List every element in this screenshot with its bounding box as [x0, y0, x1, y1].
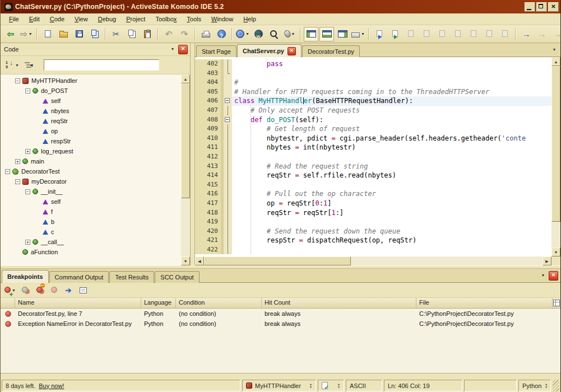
status-blank[interactable] [464, 380, 517, 391]
menu-debug[interactable]: Debug [93, 15, 121, 24]
language[interactable]: Python▲▼ [518, 380, 551, 391]
code-line-409[interactable]: 409 # Get length of request [195, 124, 551, 134]
spinner-icon[interactable]: ▲▼ [541, 383, 548, 388]
fold-toggle-icon[interactable] [224, 96, 232, 106]
delete-breakpoint-button[interactable]: − [33, 284, 45, 296]
symbol-filter-input[interactable] [44, 59, 159, 71]
encoding[interactable]: ASCII [346, 380, 382, 391]
tree-scrollbar[interactable]: ▲▼ [181, 74, 190, 265]
tree-item-self[interactable]: self [1, 197, 181, 207]
panel-close-button[interactable]: ✕ [178, 45, 188, 54]
cut-button[interactable]: ✂ [109, 27, 123, 41]
expand-toggle[interactable]: + [25, 240, 30, 245]
dropdown-arrow-icon[interactable]: ▼ [29, 32, 33, 36]
resize-grip[interactable] [553, 380, 559, 391]
tree-item-dopost[interactable]: −do_POST [1, 86, 181, 96]
tree-item-respstr[interactable]: respStr [1, 136, 181, 146]
tab-list-dropdown[interactable]: ▼ [550, 46, 558, 54]
toggle-right-pane-button[interactable] [335, 27, 350, 41]
code-line-413[interactable]: 413 # Read the request string [195, 162, 551, 171]
save-button[interactable] [72, 27, 86, 41]
tree-item-c[interactable]: c [1, 227, 181, 237]
scc-remove-button[interactable] [419, 27, 434, 41]
code-line-414[interactable]: 414 reqStr = self.rfile.read(nbytes) [195, 171, 551, 180]
collapse-toggle[interactable]: − [25, 88, 30, 94]
breakpoint-row[interactable]: Exception NameError in DecoratorTest.pyP… [1, 319, 560, 329]
code-line-412[interactable]: 412 [195, 152, 551, 162]
code-line-402[interactable]: 402 pass [195, 59, 551, 69]
toggle-left-pane-button[interactable] [304, 27, 318, 41]
code-line-416[interactable]: 416 # Pull out the op character [195, 189, 551, 199]
go-to-source-button[interactable]: ➔ [62, 284, 75, 296]
tree-item-reqstr[interactable]: reqStr [1, 116, 181, 126]
step-into-button[interactable]: → [519, 27, 534, 41]
scroll-down-button[interactable]: ▼ [181, 256, 190, 265]
code-area[interactable]: 402 pass403404#405# Handler for HTTP req… [195, 57, 551, 256]
menu-tools[interactable]: Tools [182, 15, 206, 24]
scc-push-button[interactable] [498, 27, 512, 41]
tree-item-afunction[interactable]: aFunction [1, 247, 181, 257]
column-picker-button[interactable] [553, 298, 560, 308]
scroll-right-button[interactable]: ▶ [543, 256, 551, 265]
vertical-splitter[interactable] [191, 43, 195, 265]
scroll-up-button[interactable]: ▲ [551, 57, 560, 66]
tab-command-output[interactable]: Command Output [49, 271, 109, 283]
tab-test-results[interactable]: Test Results [109, 271, 154, 283]
toggle-bottom-pane-button[interactable] [319, 27, 334, 41]
tree-item-self[interactable]: self [1, 96, 181, 106]
code-line-406[interactable]: 406class MyHTTPHandler(BaseHTTPRequestHa… [195, 96, 551, 106]
breakpoint-properties-button[interactable] [77, 284, 89, 296]
tree-item-call[interactable]: +__call__ [1, 237, 181, 247]
step-over-button[interactable]: → [535, 27, 549, 41]
scroll-thumb[interactable] [551, 66, 560, 222]
code-line-415[interactable]: 415 [195, 180, 551, 190]
spinner-icon[interactable]: ▲▼ [334, 383, 340, 388]
undo-button[interactable]: ↶ [161, 27, 176, 41]
save-all-button[interactable] [87, 27, 102, 41]
print-button[interactable] [198, 27, 213, 41]
tab-start-page[interactable]: Start Page [196, 45, 237, 57]
keybinding-button[interactable]: ▼ [351, 27, 365, 41]
tab-scc-output[interactable]: SCC Output [155, 271, 199, 283]
code-line-408[interactable]: 408 def do_POST(self): [195, 115, 551, 125]
scc-diff-button[interactable] [451, 27, 465, 41]
tab-decoratortest-py[interactable]: DecoratorTest.py [302, 45, 360, 57]
delete-all-breakpoints-button[interactable] [48, 284, 60, 296]
tab-chatserver-py[interactable]: ChatServer.py✕ [237, 44, 302, 57]
maximize-button[interactable] [536, 2, 547, 12]
editor-hscrollbar[interactable]: ◀▶ [195, 256, 551, 265]
column-header-hit-count[interactable]: Hit Count [262, 298, 416, 308]
sort-button[interactable]: 19▼ [4, 58, 20, 72]
expand-toggle[interactable]: + [25, 149, 30, 154]
collapse-toggle[interactable]: − [15, 179, 20, 184]
scc-update-button[interactable] [388, 27, 402, 41]
scc-status-button[interactable] [482, 27, 497, 41]
editor-vscrollbar[interactable]: ▲▼ [551, 57, 560, 256]
dropdown-arrow-icon[interactable]: ▼ [361, 32, 365, 36]
current-scope[interactable]: MyHTTPHandler▲▼ [242, 380, 316, 391]
back-button[interactable]: ⇦ [3, 27, 18, 41]
scc-add-button[interactable] [404, 27, 418, 41]
code-line-418[interactable]: 418 reqStr = reqStr[1:] [195, 208, 551, 218]
code-line-405[interactable]: 405# Handler for HTTP requests coming in… [195, 87, 551, 97]
close-button[interactable] [548, 2, 559, 12]
column-header-language[interactable]: Language [141, 298, 176, 308]
panel-menu-dropdown[interactable]: ▼ [169, 45, 177, 53]
code-line-410[interactable]: 410 nbytestr, pdict = cgi.parse_header(s… [195, 134, 551, 143]
tab-list-dropdown[interactable]: ▼ [539, 272, 547, 279]
expand-toggle[interactable]: + [15, 159, 20, 164]
preview-browser-button[interactable]: ▼ [235, 27, 250, 41]
open-file-button[interactable] [56, 27, 71, 41]
editor[interactable]: 402 pass403404#405# Handler for HTTP req… [195, 57, 560, 265]
find-button[interactable] [267, 27, 281, 41]
tree-item-myhttphandler[interactable]: −MyHTTPHandler [1, 76, 181, 86]
collapse-toggle[interactable]: − [5, 169, 10, 174]
fold-toggle-icon[interactable] [224, 115, 232, 125]
menu-project[interactable]: Project [121, 15, 150, 24]
menu-edit[interactable]: Edit [24, 15, 45, 24]
code-line-417[interactable]: 417 op = reqStr[0:1] [195, 199, 551, 208]
code-line-411[interactable]: 411 nbytes = int(nbytestr) [195, 143, 551, 152]
menu-file[interactable]: File [4, 15, 24, 24]
tree-item-decoratortest[interactable]: −DecoratorTest [1, 166, 181, 176]
macro-record-button[interactable]: ▼ [282, 27, 297, 41]
